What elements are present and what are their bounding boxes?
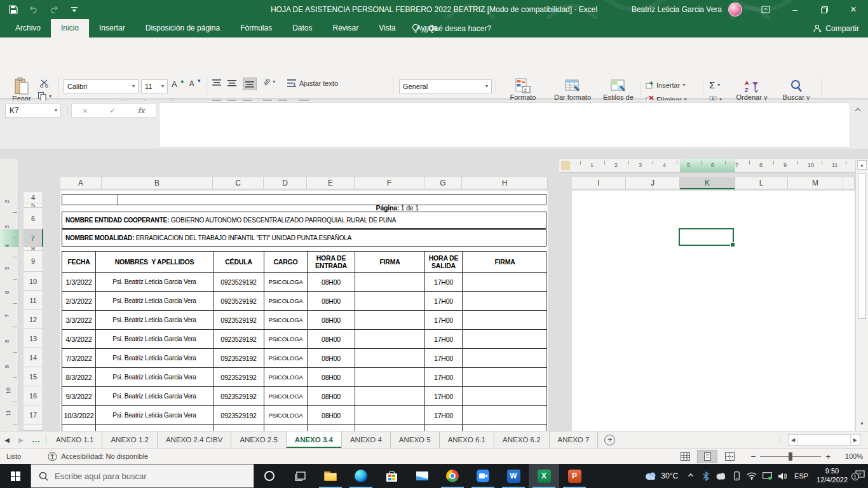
column-header-J[interactable]: J <box>626 177 680 189</box>
entity-row[interactable]: NOMBRE ENTIDAD COOPERANTE: GOBIERNO AUTO… <box>62 212 546 229</box>
cast-icon[interactable] <box>759 472 775 480</box>
sheet-tab-anexo-1-1[interactable]: ANEXO 1.1 <box>48 431 102 448</box>
column-header-C[interactable]: C <box>213 177 264 189</box>
row-header-16[interactable]: 16 <box>23 386 43 405</box>
taskbar-search[interactable]: Escribe aquí para buscar <box>31 464 254 488</box>
table-cell[interactable]: PSICOLOGA <box>264 292 308 311</box>
redo-button[interactable] <box>47 3 61 17</box>
column-header-D[interactable]: D <box>264 177 307 189</box>
row-header-6[interactable]: 6 <box>23 208 43 229</box>
table-cell[interactable]: 08H00 <box>308 273 355 292</box>
table-cell[interactable]: 17H00 <box>425 349 463 368</box>
table-cell[interactable]: 0923529192 <box>214 311 264 330</box>
sheet-tab-anexo-6-1[interactable]: ANEXO 6.1 <box>440 431 494 448</box>
wrap-text-button[interactable]: Ajustar texto <box>287 79 338 87</box>
enter-formula-icon[interactable]: ✓ <box>109 106 116 115</box>
table-cell[interactable] <box>463 387 547 406</box>
table-cell[interactable] <box>463 425 547 431</box>
scroll-up-button[interactable]: ▲ <box>857 160 867 170</box>
table-header-cell[interactable]: FIRMA <box>355 252 425 273</box>
row-header-17[interactable]: 17 <box>23 405 43 424</box>
sheet-tab-anexo-6-2[interactable]: ANEXO 6.2 <box>494 431 549 448</box>
column-header-I[interactable]: I <box>572 177 626 189</box>
table-cell[interactable] <box>355 387 425 406</box>
table-cell[interactable]: 0923529192 <box>214 368 264 387</box>
hidden-icons-button[interactable] <box>683 473 698 478</box>
table-cell[interactable]: 3/3/2022 <box>62 311 96 330</box>
column-header-G[interactable]: G <box>424 177 462 189</box>
table-cell[interactable]: PSICOLOGA <box>264 311 308 330</box>
table-cell[interactable] <box>355 406 425 425</box>
minimize-button[interactable]: – <box>780 0 810 19</box>
table-cell[interactable] <box>463 330 547 349</box>
table-cell[interactable] <box>463 349 547 368</box>
sheet-nav-left[interactable]: ◀ <box>0 431 14 448</box>
zoom-level[interactable]: 100% <box>840 452 863 460</box>
wifi-icon[interactable] <box>744 472 759 480</box>
table-cell[interactable]: 08H00 <box>308 425 355 431</box>
table-cell[interactable]: 2/3/2022 <box>62 292 96 311</box>
file-explorer-button[interactable] <box>315 464 346 488</box>
table-cell[interactable] <box>463 273 547 292</box>
camera-app-button[interactable] <box>468 464 498 488</box>
share-button[interactable]: Compartir <box>813 19 859 37</box>
powerpoint-button[interactable]: P <box>559 464 590 488</box>
table-cell[interactable]: 10/3/2022 <box>62 406 96 425</box>
column-header-F[interactable]: F <box>355 177 424 189</box>
row-header-14[interactable]: 14 <box>23 348 43 367</box>
sheet-tab-anexo-3-4[interactable]: ANEXO 3.4 <box>287 431 342 448</box>
table-cell[interactable]: 8/3/2022 <box>62 368 96 387</box>
ribbon-tab-insertar[interactable]: Insertar <box>89 19 135 37</box>
table-cell[interactable]: 17H00 <box>425 273 463 292</box>
table-cell[interactable]: 0923529192 <box>214 349 264 368</box>
row-header-9[interactable]: 9 <box>23 251 43 272</box>
sheet-tab-anexo-2-4-cibv[interactable]: ANEXO 2.4 CIBV <box>158 431 231 448</box>
your-phone-icon[interactable] <box>729 471 744 480</box>
increase-font-button[interactable]: A▲ <box>172 79 185 89</box>
column-header-partial[interactable] <box>843 177 855 189</box>
zoom-in-button[interactable]: + <box>825 452 831 461</box>
table-cell[interactable]: 0923529192 <box>214 387 264 406</box>
insert-function-icon[interactable]: fx <box>138 106 145 115</box>
table-header-cell[interactable]: HORA DE ENTRADA <box>308 252 355 273</box>
sheet-tab-anexo-2-5[interactable]: ANEXO 2.5 <box>231 431 286 448</box>
table-cell[interactable]: Psi. Beatriz Leticia Garcia Vera <box>96 406 214 425</box>
save-button[interactable] <box>6 3 20 17</box>
table-cell[interactable]: Psi. Beatriz Leticia Garcia Vera <box>96 292 214 311</box>
table-cell[interactable]: 08H00 <box>308 368 355 387</box>
normal-view-button[interactable] <box>675 450 695 463</box>
volume-icon[interactable] <box>775 472 790 480</box>
zoom-out-button[interactable]: − <box>750 451 756 461</box>
column-header-H[interactable]: H <box>462 177 548 189</box>
start-button[interactable] <box>0 464 31 488</box>
bluetooth-icon[interactable] <box>698 471 714 481</box>
table-header-cell[interactable]: CARGO <box>264 252 308 273</box>
row-header-4[interactable]: 4 <box>23 192 43 203</box>
table-cell[interactable] <box>355 349 425 368</box>
table-cell[interactable]: 17H00 <box>425 406 463 425</box>
table-cell[interactable]: PSICOLOGA <box>264 406 308 425</box>
ribbon-tab-inicio[interactable]: Inicio <box>51 19 89 37</box>
table-cell[interactable]: 17H00 <box>425 368 463 387</box>
name-box[interactable]: K7 ▾ <box>5 104 61 118</box>
cut-button[interactable] <box>39 79 50 88</box>
table-cell[interactable]: 08H00 <box>308 292 355 311</box>
page-layout-view-button[interactable] <box>697 450 717 463</box>
sheet-tab-anexo-4[interactable]: ANEXO 4 <box>342 431 391 448</box>
cortana-button[interactable] <box>254 464 285 488</box>
table-cell[interactable]: 0923529192 <box>214 292 264 311</box>
table-cell[interactable]: PSICOLOGA <box>264 425 308 431</box>
table-cell[interactable]: Psi. Beatriz Leticia Garcia Vera <box>96 330 214 349</box>
table-cell[interactable]: Psi. Beatriz Leticia Garcia Vera <box>96 387 214 406</box>
table-cell[interactable]: 4/3/2022 <box>62 330 96 349</box>
ribbon-tab-f-rmulas[interactable]: Fórmulas <box>230 19 282 37</box>
orientation-button[interactable]: ab▾ <box>263 78 275 85</box>
table-cell[interactable] <box>355 292 425 311</box>
table-cell[interactable] <box>355 368 425 387</box>
autosum-button[interactable]: Σ▾ <box>709 79 720 90</box>
table-cell[interactable]: Psi. Beatriz Leticia Garcia Vera <box>96 311 214 330</box>
row-header-12[interactable]: 12 <box>23 310 43 329</box>
table-cell[interactable]: PSICOLOGA <box>264 273 308 292</box>
table-cell[interactable]: 7/3/2022 <box>62 349 96 368</box>
table-cell[interactable]: 17H00 <box>425 292 463 311</box>
